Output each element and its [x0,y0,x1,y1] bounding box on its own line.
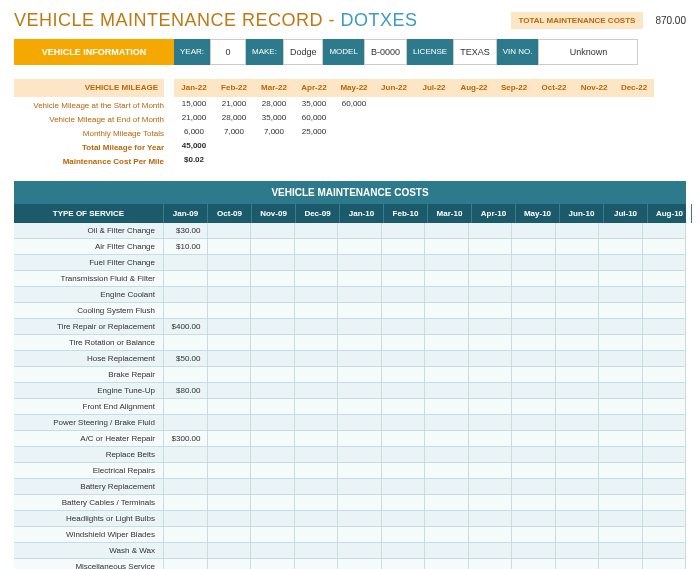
cost-cell[interactable] [643,431,687,446]
cost-cell[interactable] [469,303,513,318]
cost-cell[interactable] [382,255,426,270]
cost-cell[interactable] [469,479,513,494]
cost-cell[interactable] [208,239,252,254]
mileage-cell[interactable] [414,111,454,125]
cost-cell[interactable] [208,303,252,318]
cost-cell[interactable] [251,255,295,270]
cost-cell[interactable] [382,223,426,238]
info-field-value[interactable]: Dodge [283,39,324,65]
cost-cell[interactable] [251,351,295,366]
cost-cell[interactable] [164,255,208,270]
cost-cell[interactable] [382,559,426,569]
cost-cell[interactable] [643,271,687,286]
cost-cell[interactable] [425,479,469,494]
cost-cell[interactable] [251,287,295,302]
cost-cell[interactable] [556,319,600,334]
info-field-value[interactable]: 0 [210,39,246,65]
cost-cell[interactable] [556,255,600,270]
cost-cell[interactable] [251,495,295,510]
cost-cell[interactable] [295,255,339,270]
mileage-cell[interactable] [494,153,534,167]
cost-cell[interactable] [512,511,556,526]
cost-cell[interactable] [469,319,513,334]
cost-cell[interactable] [599,335,643,350]
cost-cell[interactable] [512,431,556,446]
cost-cell[interactable] [425,255,469,270]
cost-cell[interactable] [295,431,339,446]
cost-cell[interactable] [164,527,208,542]
cost-cell[interactable] [338,495,382,510]
cost-cell[interactable] [425,559,469,569]
cost-cell[interactable] [208,543,252,558]
cost-cell[interactable] [512,223,556,238]
cost-cell[interactable] [382,367,426,382]
mileage-cell[interactable] [214,153,254,167]
cost-cell[interactable] [164,559,208,569]
cost-cell[interactable] [512,527,556,542]
cost-cell[interactable] [295,303,339,318]
cost-cell[interactable] [425,335,469,350]
cost-cell[interactable] [208,495,252,510]
cost-cell[interactable] [469,431,513,446]
cost-cell[interactable] [251,447,295,462]
cost-cell[interactable] [556,287,600,302]
mileage-cell[interactable] [374,97,414,111]
cost-cell[interactable] [469,495,513,510]
cost-cell[interactable]: $300.00 [164,431,208,446]
mileage-cell[interactable] [294,153,334,167]
cost-cell[interactable] [338,351,382,366]
cost-cell[interactable] [425,239,469,254]
cost-cell[interactable] [599,255,643,270]
cost-cell[interactable] [643,511,687,526]
mileage-cell[interactable]: 21,000 [174,111,214,125]
cost-cell[interactable] [208,319,252,334]
mileage-cell[interactable]: 45,000 [174,139,214,153]
cost-cell[interactable] [469,463,513,478]
cost-cell[interactable] [382,399,426,414]
cost-cell[interactable] [643,479,687,494]
cost-cell[interactable] [295,559,339,569]
cost-cell[interactable] [599,287,643,302]
cost-cell[interactable] [251,511,295,526]
mileage-cell[interactable] [574,125,614,139]
cost-cell[interactable] [338,367,382,382]
cost-cell[interactable] [208,559,252,569]
mileage-cell[interactable]: 15,000 [174,97,214,111]
cost-cell[interactable] [208,527,252,542]
cost-cell[interactable] [338,255,382,270]
cost-cell[interactable] [512,351,556,366]
cost-cell[interactable] [382,383,426,398]
cost-cell[interactable] [512,287,556,302]
mileage-cell[interactable] [574,153,614,167]
mileage-cell[interactable] [374,139,414,153]
cost-cell[interactable] [295,223,339,238]
mileage-cell[interactable] [614,111,654,125]
cost-cell[interactable] [164,303,208,318]
mileage-cell[interactable] [334,125,374,139]
cost-cell[interactable] [382,495,426,510]
cost-cell[interactable] [643,495,687,510]
cost-cell[interactable] [338,383,382,398]
cost-cell[interactable] [512,319,556,334]
cost-cell[interactable] [599,303,643,318]
cost-cell[interactable] [425,303,469,318]
cost-cell[interactable] [599,383,643,398]
mileage-cell[interactable]: 35,000 [294,97,334,111]
cost-cell[interactable] [382,511,426,526]
cost-cell[interactable]: $10.00 [164,239,208,254]
mileage-cell[interactable] [534,153,574,167]
cost-cell[interactable] [643,527,687,542]
cost-cell[interactable] [643,255,687,270]
cost-cell[interactable] [338,223,382,238]
mileage-cell[interactable] [494,97,534,111]
cost-cell[interactable] [251,543,295,558]
mileage-cell[interactable] [374,153,414,167]
cost-cell[interactable] [469,559,513,569]
cost-cell[interactable] [512,495,556,510]
cost-cell[interactable] [251,479,295,494]
cost-cell[interactable] [295,367,339,382]
cost-cell[interactable] [556,271,600,286]
cost-cell[interactable] [251,239,295,254]
cost-cell[interactable] [556,415,600,430]
cost-cell[interactable] [643,543,687,558]
